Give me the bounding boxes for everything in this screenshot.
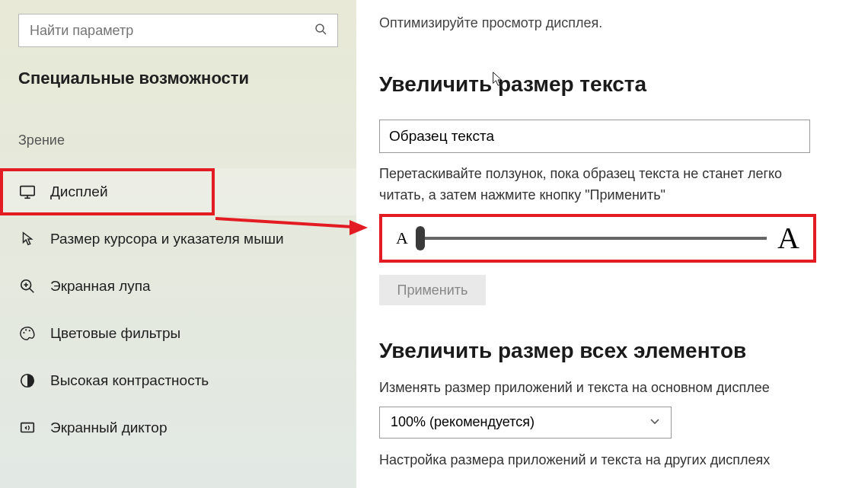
svg-point-10 xyxy=(25,329,27,330)
narrator-icon xyxy=(18,419,37,437)
apply-button: Применить xyxy=(379,275,486,305)
nav-item-label: Дисплей xyxy=(50,183,108,200)
svg-rect-13 xyxy=(21,423,34,432)
palette-icon xyxy=(18,324,37,343)
nav-item-high-contrast[interactable]: Высокая контрастность xyxy=(0,357,356,404)
nav-item-label: Экранная лупа xyxy=(50,278,151,295)
nav-item-color-filters[interactable]: Цветовые фильтры xyxy=(0,310,356,357)
nav-item-display[interactable]: Дисплей xyxy=(0,168,356,215)
chevron-down-icon xyxy=(649,416,660,429)
search-icon xyxy=(314,23,327,38)
section-title-scale: Увеличить размер всех элементов xyxy=(379,339,841,363)
svg-line-1 xyxy=(323,31,326,34)
sidebar-title: Специальные возможности xyxy=(18,69,338,88)
nav-item-label: Экранный диктор xyxy=(50,419,167,436)
svg-point-9 xyxy=(23,332,24,333)
svg-line-6 xyxy=(30,289,34,293)
slider-thumb[interactable] xyxy=(416,226,425,250)
sample-text-box: Образец текста xyxy=(379,120,810,153)
svg-point-11 xyxy=(29,330,30,331)
page-hint: Оптимизируйте просмотр дисплея. xyxy=(379,15,841,31)
text-size-slider[interactable] xyxy=(417,237,767,240)
nav-item-label: Цветовые фильтры xyxy=(50,325,180,342)
nav: Дисплей Размер курсора и указателя мыши … xyxy=(0,168,356,451)
magnifier-plus-icon xyxy=(18,277,37,295)
scale-select[interactable]: 100% (рекомендуется) xyxy=(379,407,672,439)
monitor-icon xyxy=(18,183,37,201)
sidebar-group-label: Зрение xyxy=(18,132,356,148)
slider-small-a: A xyxy=(396,228,408,248)
other-displays-text: Настройка размера приложений и текста на… xyxy=(379,452,841,468)
contrast-icon xyxy=(18,372,37,390)
cursor-icon xyxy=(18,230,37,248)
sample-text: Образец текста xyxy=(389,128,494,145)
nav-item-cursor[interactable]: Размер курсора и указателя мыши xyxy=(0,215,356,263)
scale-description: Изменять размер приложений и текста на о… xyxy=(379,380,841,396)
slider-description: Перетаскивайте ползунок, пока образец те… xyxy=(379,164,821,206)
nav-item-label: Высокая контрастность xyxy=(50,372,209,389)
search-box[interactable] xyxy=(18,14,338,47)
section-title-text-size: Увеличить размер текста xyxy=(379,72,841,97)
search-input[interactable] xyxy=(30,23,314,39)
annotation-slider-highlight: A A xyxy=(379,214,816,263)
nav-item-narrator[interactable]: Экранный диктор xyxy=(0,404,356,451)
svg-point-0 xyxy=(316,24,324,32)
main-content: Оптимизируйте просмотр дисплея. Увеличит… xyxy=(356,0,868,488)
nav-item-magnifier[interactable]: Экранная лупа xyxy=(0,263,356,310)
scale-value: 100% (рекомендуется) xyxy=(391,414,535,430)
sidebar: Специальные возможности Зрение Дисплей Р… xyxy=(0,0,356,488)
svg-rect-2 xyxy=(21,187,34,196)
nav-item-label: Размер курсора и указателя мыши xyxy=(50,231,284,247)
slider-large-a: A xyxy=(777,220,799,256)
